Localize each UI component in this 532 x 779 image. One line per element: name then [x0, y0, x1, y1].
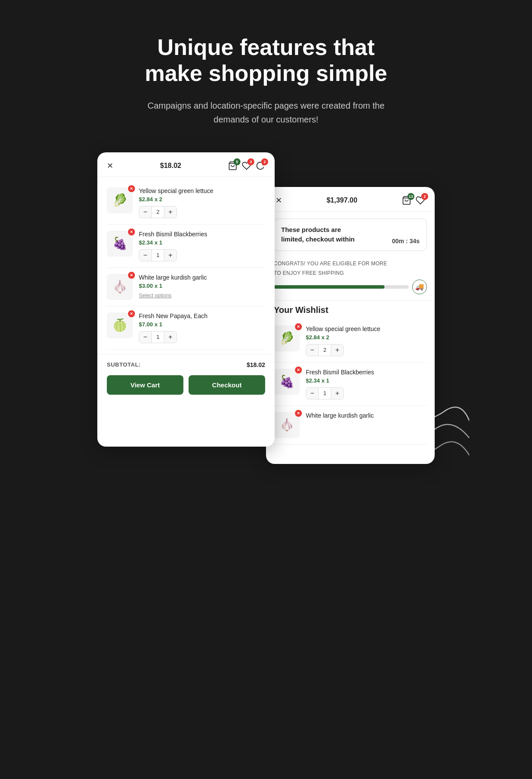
wishlist-qty-2: − 1 +: [306, 387, 344, 399]
remove-badge-1[interactable]: ✕: [128, 185, 135, 192]
close-icon-right[interactable]: ✕: [276, 196, 282, 205]
product-price-1: $2.84 x 2: [139, 196, 265, 203]
product-list-left: 🥬 ✕ Yellow special green lettuce $2.84 x…: [97, 177, 275, 354]
qty-plus-4[interactable]: +: [164, 332, 176, 343]
product-price-4: $7.00 x 1: [139, 321, 265, 328]
qty-plus-2[interactable]: +: [164, 250, 176, 261]
remove-badge-3[interactable]: ✕: [128, 272, 135, 279]
wishlist-qty-minus-2[interactable]: −: [306, 388, 318, 399]
qty-minus-4[interactable]: −: [139, 332, 151, 343]
product-name-4: Fresh New Papaya, Each: [139, 312, 265, 319]
qty-minus-2[interactable]: −: [139, 250, 151, 261]
wishlist-icon-wrap-left[interactable]: 3: [242, 161, 251, 171]
wishlist-remove-3[interactable]: ✕: [295, 410, 302, 417]
header-icons-right: 13 2: [402, 196, 425, 205]
checkout-button[interactable]: Checkout: [189, 375, 265, 395]
product-info-4: Fresh New Papaya, Each $7.00 x 1 − 1 +: [139, 312, 265, 343]
remove-badge-2[interactable]: ✕: [128, 229, 135, 235]
wishlist-name-3: White large kurdish garlic: [306, 412, 427, 419]
product-img-wrap-4: 🍈 ✕: [107, 312, 133, 338]
wishlist-items: 🥬 ✕ Yellow special green lettuce $2.84 x…: [266, 319, 435, 444]
wishlist-price-2: $2.34 x 1: [306, 377, 427, 384]
cart-icon-wrap-left[interactable]: 5: [228, 161, 237, 171]
wishlist-info-1: Yellow special green lettuce $2.84 x 2 −…: [306, 325, 427, 356]
product-info-1: Yellow special green lettuce $2.84 x 2 −…: [139, 187, 265, 218]
wishlist-qty-plus-2[interactable]: +: [331, 388, 343, 399]
product-item-4: 🍈 ✕ Fresh New Papaya, Each $7.00 x 1 − 1…: [107, 306, 265, 350]
cart-price-right: $1,397.00: [327, 196, 357, 204]
close-icon[interactable]: ✕: [107, 161, 113, 171]
progress-bar-wrap: 🚚: [274, 280, 427, 294]
qty-val-2: 1: [151, 250, 164, 261]
progress-bar: [274, 285, 409, 289]
hero-title: Unique features that make shopping simpl…: [136, 35, 396, 87]
wishlist-qty-val-2: 1: [318, 388, 331, 399]
cart-price-left: $18.02: [160, 162, 181, 170]
product-info-3: White large kurdish garlic $3.00 x 1 Sel…: [139, 274, 265, 299]
wishlist-badge-left: 3: [247, 158, 254, 165]
progress-fill: [274, 285, 385, 289]
product-img-wrap-2: 🍇 ✕: [107, 231, 133, 257]
remove-badge-4[interactable]: ✕: [128, 310, 135, 317]
wishlist-info-2: Fresh Bismil Blackberries $2.34 x 1 − 1 …: [306, 369, 427, 399]
subtotal-value: $18.02: [247, 361, 265, 368]
wishlist-icon-wrap-right[interactable]: 2: [416, 196, 425, 205]
shipping-text2: TO ENJOY FREE SHIPPING: [274, 270, 427, 276]
cart-header-right: ✕ $1,397.00 13 2: [266, 187, 435, 212]
wishlist-img-wrap-1: 🥬 ✕: [274, 325, 300, 351]
wishlist-img-wrap-2: 🍇 ✕: [274, 369, 300, 395]
btn-row: View Cart Checkout: [107, 375, 265, 395]
cart-header-left: ✕ $18.02 5 3 2: [97, 152, 275, 177]
wishlist-info-3: White large kurdish garlic: [306, 412, 427, 421]
product-img-wrap-3: 🧄 ✕: [107, 274, 133, 300]
wishlist-name-1: Yellow special green lettuce: [306, 325, 427, 332]
qty-control-2: − 1 +: [139, 249, 177, 261]
wishlist-remove-2[interactable]: ✕: [295, 367, 302, 373]
wishlist-price-1: $2.84 x 2: [306, 334, 427, 341]
wishlist-item-2: 🍇 ✕ Fresh Bismil Blackberries $2.34 x 1 …: [274, 363, 427, 406]
wishlist-qty-1: − 2 +: [306, 344, 344, 356]
product-price-2: $2.34 x 1: [139, 239, 265, 246]
header-icons-left: 5 3 2: [228, 161, 265, 171]
product-price-3: $3.00 x 1: [139, 283, 265, 289]
product-img-wrap-1: 🥬 ✕: [107, 187, 133, 213]
refresh-icon-wrap-left[interactable]: 2: [256, 161, 265, 171]
wishlist-qty-plus-1[interactable]: +: [331, 344, 343, 356]
shipping-section: CONGRATS! YOU ARE ELIGIBLE FOR MORE TO E…: [266, 258, 435, 300]
product-name-2: Fresh Bismil Blackberries: [139, 231, 265, 238]
cart-badge-right: 13: [407, 193, 414, 200]
shipping-text1: CONGRATS! YOU ARE ELIGIBLE FOR MORE: [274, 261, 427, 267]
product-item-3: 🧄 ✕ White large kurdish garlic $3.00 x 1…: [107, 268, 265, 306]
cart-icon-wrap-right[interactable]: 13: [402, 196, 411, 205]
product-item-1: 🥬 ✕ Yellow special green lettuce $2.84 x…: [107, 181, 265, 225]
wishlist-remove-1[interactable]: ✕: [295, 323, 302, 330]
limited-line1: These products are: [281, 226, 341, 233]
wishlist-name-2: Fresh Bismil Blackberries: [306, 369, 427, 376]
limited-text: These products are limited, checkout wit…: [281, 225, 355, 245]
wishlist-title: Your Wishlist: [266, 300, 435, 319]
limited-box: These products are limited, checkout wit…: [274, 219, 427, 251]
subtotal-row: SUBTOTAL: $18.02: [107, 361, 265, 368]
wishlist-img-wrap-3: 🧄 ✕: [274, 412, 300, 438]
subtotal-label: SUBTOTAL:: [107, 361, 141, 368]
qty-control-4: − 1 +: [139, 331, 177, 343]
wishlist-qty-minus-1[interactable]: −: [306, 344, 318, 356]
product-name-1: Yellow special green lettuce: [139, 187, 265, 194]
qty-minus-1[interactable]: −: [139, 206, 151, 218]
hero-subtitle: Campaigns and location-specific pages we…: [145, 99, 387, 126]
view-cart-button[interactable]: View Cart: [107, 375, 183, 395]
cards-container: ✕ $18.02 5 3 2 🥬: [71, 152, 461, 464]
select-options-3[interactable]: Select options: [139, 293, 265, 299]
qty-plus-1[interactable]: +: [164, 206, 176, 218]
wishlist-qty-val-1: 2: [318, 344, 331, 356]
countdown-timer: 00m : 34s: [392, 238, 420, 245]
qty-control-1: − 2 +: [139, 206, 177, 218]
refresh-badge-left: 2: [261, 158, 268, 165]
product-item-2: 🍇 ✕ Fresh Bismil Blackberries $2.34 x 1 …: [107, 225, 265, 268]
cart-panel-left: ✕ $18.02 5 3 2 🥬: [97, 152, 275, 447]
product-name-3: White large kurdish garlic: [139, 274, 265, 281]
product-info-2: Fresh Bismil Blackberries $2.34 x 1 − 1 …: [139, 231, 265, 261]
wishlist-item-3: 🧄 ✕ White large kurdish garlic: [274, 406, 427, 444]
wishlist-badge-right: 2: [421, 193, 428, 200]
truck-icon: 🚚: [412, 280, 427, 294]
